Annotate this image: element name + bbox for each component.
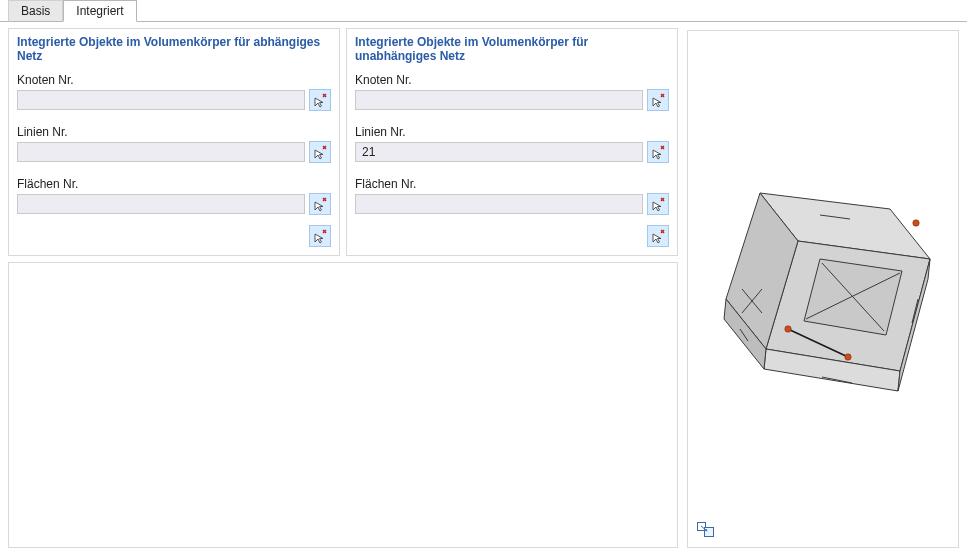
input-dependent-knoten[interactable]: [17, 90, 305, 110]
label-independent-flaechen: Flächen Nr.: [355, 177, 669, 191]
field-independent-flaechen: Flächen Nr.: [347, 177, 677, 215]
pick-dependent-all-button[interactable]: [309, 225, 331, 247]
input-dependent-linien[interactable]: [17, 142, 305, 162]
preview-panel: [687, 30, 959, 548]
pick-dependent-flaechen-button[interactable]: [309, 193, 331, 215]
input-dependent-flaechen[interactable]: [17, 194, 305, 214]
svg-point-33: [845, 354, 851, 360]
pick-independent-linien-button[interactable]: [647, 141, 669, 163]
preview-toggle-icon: [697, 522, 715, 538]
pick-independent-flaechen-button[interactable]: [647, 193, 669, 215]
field-independent-linien: Linien Nr.: [347, 125, 677, 163]
field-independent-knoten: Knoten Nr.: [347, 73, 677, 111]
column-dependent: Integrierte Objekte im Volumenkörper für…: [8, 28, 340, 256]
column-independent: Integrierte Objekte im Volumenkörper für…: [346, 28, 678, 256]
panel-dependent-title: Integrierte Objekte im Volumenkörper für…: [9, 29, 339, 71]
pick-cursor-icon: [650, 228, 666, 244]
tab-strip: Basis Integriert: [0, 0, 967, 22]
preview-solid-image: [700, 181, 950, 411]
panel-independent-mesh: Integrierte Objekte im Volumenkörper für…: [346, 28, 678, 256]
content-area: Integrierte Objekte im Volumenkörper für…: [0, 22, 967, 557]
pick-cursor-icon: [650, 92, 666, 108]
pick-independent-all-button[interactable]: [647, 225, 669, 247]
svg-rect-36: [705, 528, 714, 537]
pick-cursor-icon: [312, 144, 328, 160]
preview-toggle-button[interactable]: [694, 519, 718, 541]
pick-cursor-icon: [312, 196, 328, 212]
label-independent-knoten: Knoten Nr.: [355, 73, 669, 87]
pick-cursor-icon: [312, 92, 328, 108]
label-dependent-knoten: Knoten Nr.: [17, 73, 331, 87]
label-dependent-flaechen: Flächen Nr.: [17, 177, 331, 191]
svg-point-32: [785, 326, 791, 332]
pick-cursor-icon: [312, 228, 328, 244]
pick-independent-knoten-button[interactable]: [647, 89, 669, 111]
pick-dependent-linien-button[interactable]: [309, 141, 331, 163]
input-independent-flaechen[interactable]: [355, 194, 643, 214]
field-dependent-linien: Linien Nr.: [9, 125, 339, 163]
input-independent-knoten[interactable]: [355, 90, 643, 110]
pick-cursor-icon: [650, 144, 666, 160]
pick-cursor-icon: [650, 196, 666, 212]
field-dependent-flaechen: Flächen Nr.: [9, 177, 339, 215]
lower-empty-panel: [8, 262, 678, 548]
tab-integriert[interactable]: Integriert: [63, 0, 136, 22]
field-dependent-knoten: Knoten Nr.: [9, 73, 339, 111]
pick-dependent-knoten-button[interactable]: [309, 89, 331, 111]
input-independent-linien[interactable]: [355, 142, 643, 162]
tab-basis[interactable]: Basis: [8, 0, 63, 22]
panel-dependent-mesh: Integrierte Objekte im Volumenkörper für…: [8, 28, 340, 256]
panel-independent-title: Integrierte Objekte im Volumenkörper für…: [347, 29, 677, 71]
label-dependent-linien: Linien Nr.: [17, 125, 331, 139]
app-root: Basis Integriert Integrierte Objekte im …: [0, 0, 967, 557]
svg-point-34: [913, 220, 919, 226]
label-independent-linien: Linien Nr.: [355, 125, 669, 139]
